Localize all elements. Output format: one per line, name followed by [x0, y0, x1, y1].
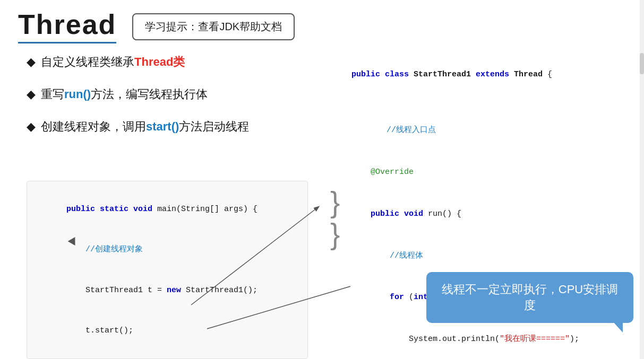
rcode-line-run: public void run() { [313, 194, 633, 235]
rcode-for-kw: for [351, 293, 409, 302]
rcode-for-body: ( [409, 293, 414, 302]
bcode-line-comment: //创建线程对象 [38, 230, 297, 270]
right-panel: public class StartThread1 extends Thread… [308, 49, 644, 344]
bcode-main: main(String[] args) { [157, 205, 257, 214]
rcode-line-comment1: //线程入口点 [313, 110, 633, 152]
bcode-line-main: public static void main(String[] args) { [38, 189, 297, 230]
rcode-extends-name: Thread [514, 70, 547, 79]
bcode-public: public [66, 205, 100, 214]
bullet-diamond-3: ◆ [27, 119, 36, 135]
rcode-comment-entry: //线程入口点 [367, 126, 436, 135]
bullet-item-1: ◆ 自定义线程类继承Thread类 [27, 54, 292, 71]
tooltip-box: 线程不一定立即执行，CPU安排调度 [426, 272, 633, 323]
bullet-text-3: 创建线程对象，调用start()方法启动线程 [41, 119, 249, 135]
bcode-line-start: t.start(); [38, 311, 297, 352]
bullet-diamond-2: ◆ [27, 86, 36, 103]
rcode-line-1: public class StartThread1 extends Thread… [313, 54, 633, 96]
hint-box: 学习提示：查看JDK帮助文档 [132, 13, 295, 40]
bcode-start: t.start(); [66, 326, 133, 335]
rcode-line-println: System.out.println("我在听课======"); [313, 319, 633, 359]
tooltip-text: 线程不一定立即执行，CPU安排调度 [442, 283, 618, 312]
rcode-keyword-public: public [351, 70, 385, 79]
header: Thread 学习提示：查看JDK帮助文档 [0, 0, 644, 43]
rcode-line-comment2: //线程体 [313, 235, 633, 277]
page-title: Thread [18, 10, 116, 40]
bottom-code-area: public static void main(String[] args) {… [0, 181, 308, 359]
rcode-public-kw: public [351, 209, 404, 218]
bullet-highlight-2: run() [64, 87, 91, 101]
bullet-text-2-after: 方法，编写线程执行体 [91, 87, 208, 101]
title-block: Thread [18, 10, 116, 43]
bottom-code-block: public static void main(String[] args) {… [27, 181, 308, 359]
bcode-new-obj: StartThread1 t = [66, 286, 167, 295]
bullet-text-1: 自定义线程类继承Thread类 [41, 54, 185, 71]
bullet-item-2: ◆ 重写run()方法，编写线程执行体 [27, 86, 292, 103]
rcode-comment-body: //线程体 [351, 251, 423, 260]
rcode-line-annotation: @Override [313, 152, 633, 194]
bullet-diamond-1: ◆ [27, 54, 36, 71]
bullet-text-1-before: 自定义线程类继承 [41, 55, 134, 68]
bullet-highlight-1: Thread类 [134, 55, 185, 68]
rcode-println-string: "我在听课======" [500, 335, 570, 344]
rcode-run-method: run() { [428, 209, 461, 218]
rcode-println-prefix: System.out.println( [351, 335, 500, 344]
rcode-brace-open: { [547, 70, 552, 79]
rcode-keyword-class: class [385, 70, 414, 79]
rcode-line-blank [313, 96, 633, 110]
bullet-text-2-before: 重写 [41, 87, 64, 101]
rcode-classname: StartThread1 [414, 70, 476, 79]
bullet-text-3-before: 创建线程对象，调用 [41, 120, 146, 133]
bullet-text-3-after: 方法启动线程 [179, 120, 249, 133]
bcode-line-new: StartThread1 t = new StartThread1(); [38, 270, 297, 311]
rcode-void-kw: void [404, 209, 428, 218]
bcode-static: static [100, 205, 133, 214]
bcode-new-class: StartThread1(); [186, 286, 257, 295]
bullet-highlight-3: start() [146, 120, 179, 133]
bcode-comment: //创建线程对象 [66, 245, 143, 254]
bcode-void: void [133, 205, 157, 214]
bullet-item-3: ◆ 创建线程对象，调用start()方法启动线程 [27, 119, 292, 135]
bcode-new-kw: new [167, 286, 186, 295]
rcode-annotation: @Override [351, 168, 414, 177]
rcode-println-suffix: ); [570, 335, 579, 344]
rcode-keyword-extends: extends [476, 70, 514, 79]
bullet-text-2: 重写run()方法，编写线程执行体 [41, 86, 208, 103]
